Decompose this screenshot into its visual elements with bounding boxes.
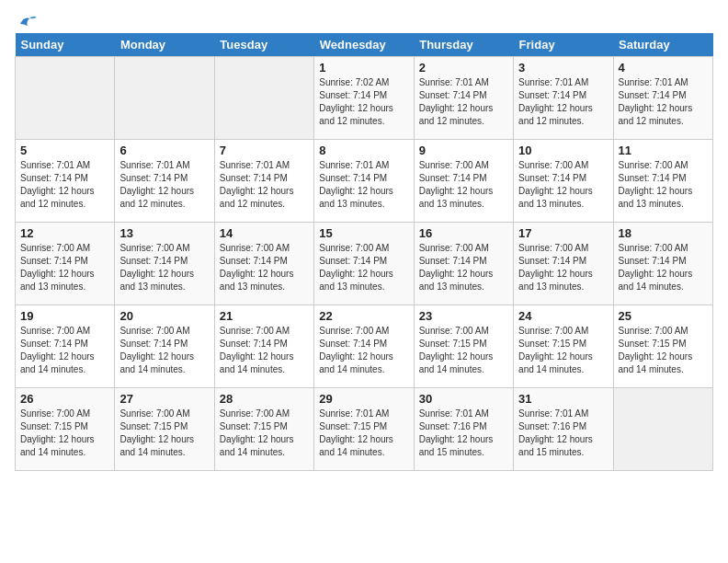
day-info: Sunrise: 7:01 AM Sunset: 7:16 PM Dayligh… <box>419 408 508 459</box>
calendar-cell: 17Sunrise: 7:00 AM Sunset: 7:14 PM Dayli… <box>514 223 613 305</box>
calendar-cell: 31Sunrise: 7:01 AM Sunset: 7:16 PM Dayli… <box>514 388 613 471</box>
day-number: 24 <box>518 309 608 323</box>
day-number: 14 <box>220 226 309 240</box>
header-sunday: Sunday <box>16 33 115 57</box>
header-tuesday: Tuesday <box>214 33 313 57</box>
day-number: 3 <box>518 61 608 75</box>
header-thursday: Thursday <box>414 33 513 57</box>
day-info: Sunrise: 7:00 AM Sunset: 7:15 PM Dayligh… <box>220 408 309 459</box>
day-info: Sunrise: 7:00 AM Sunset: 7:14 PM Dayligh… <box>319 325 408 376</box>
day-info: Sunrise: 7:01 AM Sunset: 7:14 PM Dayligh… <box>419 76 508 128</box>
day-number: 26 <box>20 392 109 406</box>
logo <box>15 15 37 26</box>
day-info: Sunrise: 7:01 AM Sunset: 7:14 PM Dayligh… <box>518 76 608 128</box>
header-saturday: Saturday <box>613 33 712 57</box>
day-info: Sunrise: 7:00 AM Sunset: 7:14 PM Dayligh… <box>319 242 408 293</box>
calendar-week-row: 26Sunrise: 7:00 AM Sunset: 7:15 PM Dayli… <box>16 388 713 471</box>
calendar-cell: 30Sunrise: 7:01 AM Sunset: 7:16 PM Dayli… <box>414 388 513 471</box>
calendar-cell: 24Sunrise: 7:00 AM Sunset: 7:15 PM Dayli… <box>514 305 613 388</box>
day-number: 29 <box>319 392 408 406</box>
calendar-cell: 4Sunrise: 7:01 AM Sunset: 7:14 PM Daylig… <box>613 57 712 140</box>
day-info: Sunrise: 7:00 AM Sunset: 7:14 PM Dayligh… <box>220 242 309 293</box>
calendar-header-row: Sunday Monday Tuesday Wednesday Thursday… <box>16 33 713 57</box>
day-info: Sunrise: 7:02 AM Sunset: 7:14 PM Dayligh… <box>319 76 408 128</box>
calendar-week-row: 5Sunrise: 7:01 AM Sunset: 7:14 PM Daylig… <box>16 140 713 223</box>
calendar-week-row: 12Sunrise: 7:00 AM Sunset: 7:14 PM Dayli… <box>16 223 713 305</box>
calendar-table: Sunday Monday Tuesday Wednesday Thursday… <box>15 33 713 471</box>
day-number: 23 <box>419 309 508 323</box>
calendar-cell: 26Sunrise: 7:00 AM Sunset: 7:15 PM Dayli… <box>16 388 115 471</box>
day-info: Sunrise: 7:01 AM Sunset: 7:15 PM Dayligh… <box>319 408 408 459</box>
day-info: Sunrise: 7:00 AM Sunset: 7:14 PM Dayligh… <box>619 242 708 293</box>
day-info: Sunrise: 7:00 AM Sunset: 7:15 PM Dayligh… <box>119 408 209 459</box>
calendar-cell <box>214 57 313 140</box>
calendar-cell: 22Sunrise: 7:00 AM Sunset: 7:14 PM Dayli… <box>314 305 414 388</box>
day-number: 6 <box>119 144 209 157</box>
calendar-cell <box>16 57 115 140</box>
calendar-cell: 29Sunrise: 7:01 AM Sunset: 7:15 PM Dayli… <box>314 388 414 471</box>
calendar-cell: 5Sunrise: 7:01 AM Sunset: 7:14 PM Daylig… <box>16 140 115 223</box>
calendar-cell: 16Sunrise: 7:00 AM Sunset: 7:14 PM Dayli… <box>414 223 513 305</box>
day-number: 17 <box>518 226 608 240</box>
day-info: Sunrise: 7:00 AM Sunset: 7:14 PM Dayligh… <box>619 159 708 211</box>
calendar-cell: 19Sunrise: 7:00 AM Sunset: 7:14 PM Dayli… <box>16 305 115 388</box>
day-number: 22 <box>319 309 408 323</box>
day-info: Sunrise: 7:00 AM Sunset: 7:14 PM Dayligh… <box>20 325 109 376</box>
day-info: Sunrise: 7:00 AM Sunset: 7:14 PM Dayligh… <box>220 325 309 376</box>
calendar-cell <box>115 57 214 140</box>
day-number: 18 <box>619 226 708 240</box>
day-number: 30 <box>419 392 508 406</box>
day-number: 7 <box>220 144 309 157</box>
logo-bird-icon <box>17 15 37 29</box>
day-info: Sunrise: 7:01 AM Sunset: 7:14 PM Dayligh… <box>619 76 708 128</box>
day-info: Sunrise: 7:01 AM Sunset: 7:14 PM Dayligh… <box>20 159 109 211</box>
header-friday: Friday <box>514 33 613 57</box>
day-info: Sunrise: 7:00 AM Sunset: 7:15 PM Dayligh… <box>619 325 708 376</box>
day-number: 8 <box>319 144 408 157</box>
day-number: 15 <box>319 226 408 240</box>
day-number: 9 <box>419 144 508 157</box>
day-number: 13 <box>119 226 209 240</box>
calendar-cell: 7Sunrise: 7:01 AM Sunset: 7:14 PM Daylig… <box>214 140 313 223</box>
day-number: 10 <box>518 144 608 157</box>
day-number: 11 <box>619 144 708 157</box>
day-info: Sunrise: 7:00 AM Sunset: 7:15 PM Dayligh… <box>518 325 608 376</box>
calendar-cell: 11Sunrise: 7:00 AM Sunset: 7:14 PM Dayli… <box>613 140 712 223</box>
calendar-cell: 3Sunrise: 7:01 AM Sunset: 7:14 PM Daylig… <box>514 57 613 140</box>
day-number: 5 <box>20 144 109 157</box>
header-monday: Monday <box>115 33 214 57</box>
day-info: Sunrise: 7:00 AM Sunset: 7:14 PM Dayligh… <box>518 159 608 211</box>
calendar-cell: 21Sunrise: 7:00 AM Sunset: 7:14 PM Dayli… <box>214 305 313 388</box>
day-number: 2 <box>419 61 508 75</box>
calendar-cell: 20Sunrise: 7:00 AM Sunset: 7:14 PM Dayli… <box>115 305 214 388</box>
calendar-cell: 28Sunrise: 7:00 AM Sunset: 7:15 PM Dayli… <box>214 388 313 471</box>
calendar-cell <box>613 388 712 471</box>
day-number: 16 <box>419 226 508 240</box>
calendar-week-row: 19Sunrise: 7:00 AM Sunset: 7:14 PM Dayli… <box>16 305 713 388</box>
day-number: 21 <box>220 309 309 323</box>
day-info: Sunrise: 7:00 AM Sunset: 7:14 PM Dayligh… <box>419 159 508 211</box>
day-info: Sunrise: 7:00 AM Sunset: 7:14 PM Dayligh… <box>119 325 209 376</box>
calendar-cell: 27Sunrise: 7:00 AM Sunset: 7:15 PM Dayli… <box>115 388 214 471</box>
calendar-cell: 15Sunrise: 7:00 AM Sunset: 7:14 PM Dayli… <box>314 223 414 305</box>
day-info: Sunrise: 7:00 AM Sunset: 7:14 PM Dayligh… <box>518 242 608 293</box>
calendar-cell: 25Sunrise: 7:00 AM Sunset: 7:15 PM Dayli… <box>613 305 712 388</box>
calendar-cell: 2Sunrise: 7:01 AM Sunset: 7:14 PM Daylig… <box>414 57 513 140</box>
calendar-cell: 18Sunrise: 7:00 AM Sunset: 7:14 PM Dayli… <box>613 223 712 305</box>
calendar-cell: 1Sunrise: 7:02 AM Sunset: 7:14 PM Daylig… <box>314 57 414 140</box>
day-info: Sunrise: 7:01 AM Sunset: 7:14 PM Dayligh… <box>119 159 209 211</box>
day-info: Sunrise: 7:00 AM Sunset: 7:14 PM Dayligh… <box>419 242 508 293</box>
day-number: 31 <box>518 392 608 406</box>
day-number: 4 <box>619 61 708 75</box>
day-number: 28 <box>220 392 309 406</box>
calendar-cell: 9Sunrise: 7:00 AM Sunset: 7:14 PM Daylig… <box>414 140 513 223</box>
day-info: Sunrise: 7:01 AM Sunset: 7:16 PM Dayligh… <box>518 408 608 459</box>
day-number: 12 <box>20 226 109 240</box>
day-info: Sunrise: 7:00 AM Sunset: 7:14 PM Dayligh… <box>119 242 209 293</box>
calendar-cell: 13Sunrise: 7:00 AM Sunset: 7:14 PM Dayli… <box>115 223 214 305</box>
header-wednesday: Wednesday <box>314 33 414 57</box>
day-info: Sunrise: 7:00 AM Sunset: 7:15 PM Dayligh… <box>20 408 109 459</box>
day-info: Sunrise: 7:00 AM Sunset: 7:15 PM Dayligh… <box>419 325 508 376</box>
page-header <box>15 15 713 26</box>
day-number: 25 <box>619 309 708 323</box>
